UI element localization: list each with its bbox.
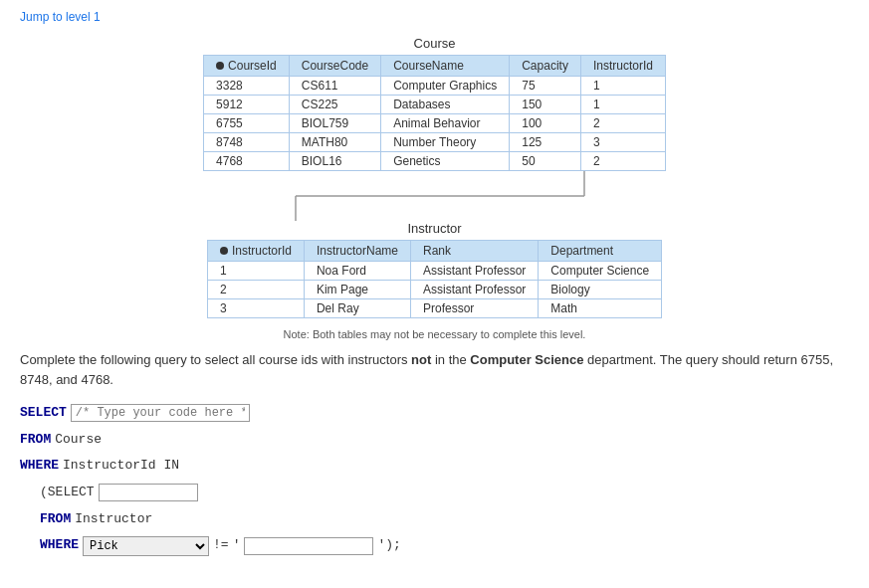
course-cell-instructorid: 3 xyxy=(580,133,665,152)
table-row: 3Del RayProfessorMath xyxy=(207,299,661,318)
table-row: 2Kim PageAssistant ProfessorBiology xyxy=(207,281,661,299)
course-col-courseid: CourseId xyxy=(204,56,290,77)
course-cell-coursecode: BIOL759 xyxy=(289,114,380,133)
inst-col-department: Department xyxy=(539,241,662,262)
course-cell-capacity: 150 xyxy=(510,96,581,114)
course-col-instructorid: InstructorId xyxy=(580,56,665,77)
where-value-input[interactable] xyxy=(244,537,373,555)
inst-cell-instructorid: 2 xyxy=(207,281,304,299)
course-cell-coursename: Databases xyxy=(381,96,510,114)
table-connector xyxy=(156,171,714,221)
course-cell-capacity: 75 xyxy=(510,77,581,96)
inst-cell-instructorname: Del Ray xyxy=(304,299,410,318)
course-cell-courseid: 3328 xyxy=(204,77,290,96)
query-from-line: FROM Course xyxy=(20,428,849,453)
from-sub-keyword: FROM xyxy=(40,507,71,532)
where-sub-keyword: WHERE xyxy=(40,533,79,558)
from-value: Course xyxy=(55,428,102,453)
inst-cell-rank: Assistant Professor xyxy=(410,281,538,299)
course-cell-coursecode: BIOL16 xyxy=(289,152,380,171)
course-col-coursename: CourseName xyxy=(381,56,510,77)
from-keyword: FROM xyxy=(20,428,51,453)
course-cell-courseid: 5912 xyxy=(204,96,290,114)
course-cell-instructorid: 1 xyxy=(580,96,665,114)
course-cell-instructorid: 2 xyxy=(580,152,665,171)
pick-select[interactable]: PickInstructorIdInstructorNameRankDepart… xyxy=(83,536,209,556)
course-cell-coursename: Genetics xyxy=(381,152,510,171)
course-cell-courseid: 8748 xyxy=(204,133,290,152)
table-row: 1Noa FordAssistant ProfessorComputer Sci… xyxy=(207,262,661,281)
instructor-table-title: Instructor xyxy=(207,221,662,236)
query-where-line: WHERE InstructorId IN xyxy=(20,454,849,479)
select-sub-label: (SELECT xyxy=(40,481,95,505)
course-cell-capacity: 100 xyxy=(510,114,581,133)
query-from-sub-line: FROM Instructor xyxy=(40,507,849,532)
inst-col-rank: Rank xyxy=(410,241,538,262)
course-cell-coursecode: CS611 xyxy=(289,77,380,96)
course-table-section: Course CourseId CourseCode CourseName Ca… xyxy=(203,36,666,171)
course-cell-courseid: 4768 xyxy=(204,152,290,171)
query-select-sub-line: (SELECT xyxy=(40,481,849,505)
tables-container: Course CourseId CourseCode CourseName Ca… xyxy=(20,36,849,318)
course-cell-coursecode: CS225 xyxy=(289,96,380,114)
table-row: 6755BIOL759Animal Behavior1002 xyxy=(204,114,666,133)
course-table-title: Course xyxy=(203,36,666,51)
course-col-coursecode: CourseCode xyxy=(289,56,380,77)
inst-cell-department: Computer Science xyxy=(539,262,662,281)
table-row: 3328CS611Computer Graphics751 xyxy=(204,77,666,96)
select-keyword: SELECT xyxy=(20,401,67,426)
table-note: Note: Both tables may not be necessary t… xyxy=(20,328,849,340)
table-row: 8748MATH80Number Theory1253 xyxy=(204,133,666,152)
course-cell-coursename: Animal Behavior xyxy=(381,114,510,133)
connector-svg xyxy=(156,171,714,221)
course-cell-capacity: 50 xyxy=(510,152,581,171)
closing-paren: '); xyxy=(377,533,400,558)
query-select-line: SELECT xyxy=(20,401,849,426)
course-col-capacity: Capacity xyxy=(510,56,581,77)
query-where-sub-line: WHERE PickInstructorIdInstructorNameRank… xyxy=(40,533,849,558)
instructor-table-section: Instructor InstructorId InstructorName R… xyxy=(207,221,662,318)
from-sub-value: Instructor xyxy=(75,507,152,532)
select-input[interactable] xyxy=(71,404,250,422)
instructor-table: InstructorId InstructorName Rank Departm… xyxy=(207,240,662,318)
table-row: 4768BIOL16Genetics502 xyxy=(204,152,666,171)
inst-col-instructorname: InstructorName xyxy=(304,241,410,262)
inst-cell-department: Math xyxy=(539,299,662,318)
course-cell-coursecode: MATH80 xyxy=(289,133,380,152)
inst-cell-instructorid: 1 xyxy=(207,262,304,281)
inst-cell-instructorname: Noa Ford xyxy=(304,262,410,281)
course-cell-coursename: Computer Graphics xyxy=(381,77,510,96)
course-cell-courseid: 6755 xyxy=(204,114,290,133)
description-text: Complete the following query to select a… xyxy=(20,350,849,389)
course-cell-coursename: Number Theory xyxy=(381,133,510,152)
course-cell-instructorid: 2 xyxy=(580,114,665,133)
inst-cell-department: Biology xyxy=(539,281,662,299)
table-row: 5912CS225Databases1501 xyxy=(204,96,666,114)
select-sub-input[interactable] xyxy=(99,484,198,501)
course-cell-capacity: 125 xyxy=(510,133,581,152)
quote-open: ' xyxy=(233,533,241,558)
inst-cell-instructorname: Kim Page xyxy=(304,281,410,299)
course-cell-instructorid: 1 xyxy=(580,77,665,96)
course-table: CourseId CourseCode CourseName Capacity … xyxy=(203,55,666,171)
inst-cell-instructorid: 3 xyxy=(207,299,304,318)
jump-link[interactable]: Jump to level 1 xyxy=(20,10,849,24)
inst-cell-rank: Professor xyxy=(410,299,538,318)
inst-col-instructorid: InstructorId xyxy=(207,241,304,262)
where-value: InstructorId IN xyxy=(63,454,179,479)
not-equal-operator: != xyxy=(213,533,229,558)
query-area: SELECT FROM Course WHERE InstructorId IN… xyxy=(20,401,849,558)
inst-cell-rank: Assistant Professor xyxy=(410,262,538,281)
where-keyword: WHERE xyxy=(20,454,59,479)
